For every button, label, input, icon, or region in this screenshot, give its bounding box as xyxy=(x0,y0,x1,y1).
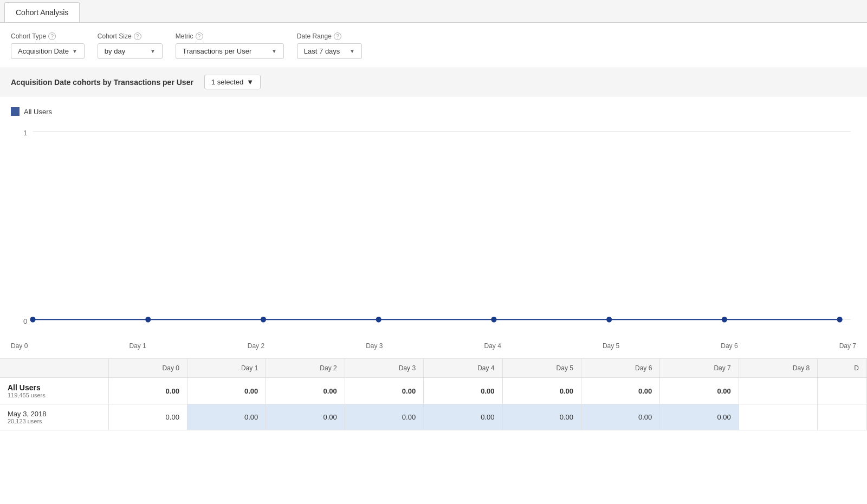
dot-day2 xyxy=(261,317,266,323)
x-label-day5: Day 5 xyxy=(603,342,619,350)
may3-count: 20,123 users xyxy=(8,418,101,424)
x-label-day7: Day 7 xyxy=(839,342,856,350)
may3-day1: 0.00 xyxy=(187,404,266,430)
metric-dropdown[interactable]: Transactions per User ▼ xyxy=(176,43,284,59)
data-table-section: Day 0 Day 1 Day 2 Day 3 Day 4 Day 5 Day … xyxy=(0,358,867,430)
col-header-day0: Day 0 xyxy=(108,359,187,378)
svg-text:0: 0 xyxy=(23,317,27,325)
dot-day1 xyxy=(145,317,151,323)
date-range-label: Date Range ? xyxy=(297,32,362,40)
table-header-row: Day 0 Day 1 Day 2 Day 3 Day 4 Day 5 Day … xyxy=(0,359,867,378)
col-header-d: D xyxy=(818,359,867,378)
dot-day4 xyxy=(491,317,496,323)
selected-caret-icon: ▼ xyxy=(247,78,254,86)
legend-label: All Users xyxy=(24,108,52,116)
col-header-day4: Day 4 xyxy=(424,359,502,378)
metric-caret-icon: ▼ xyxy=(271,48,277,54)
row-label-may3: May 3, 2018 20,123 users xyxy=(0,404,108,430)
cohort-size-help-icon[interactable]: ? xyxy=(134,32,141,40)
may3-day5: 0.00 xyxy=(502,404,581,430)
may3-day8 xyxy=(739,404,817,430)
all-users-day2: 0.00 xyxy=(266,378,345,404)
may3-day4: 0.00 xyxy=(424,404,502,430)
data-table: Day 0 Day 1 Day 2 Day 3 Day 4 Day 5 Day … xyxy=(0,359,867,430)
all-users-day5: 0.00 xyxy=(502,378,581,404)
x-label-day2: Day 2 xyxy=(248,342,264,350)
legend-color-box xyxy=(11,107,20,116)
metric-label: Metric ? xyxy=(176,32,284,40)
all-users-day0: 0.00 xyxy=(108,378,187,404)
may3-day0: 0.00 xyxy=(108,404,187,430)
cohort-type-label: Cohort Type ? xyxy=(11,32,85,40)
legend: All Users xyxy=(11,107,856,116)
all-users-day3: 0.00 xyxy=(345,378,423,404)
may3-d xyxy=(818,404,867,430)
tab-cohort-analysis[interactable]: Cohort Analysis xyxy=(4,2,80,22)
col-header-day5: Day 5 xyxy=(502,359,581,378)
col-header-day1: Day 1 xyxy=(187,359,266,378)
x-label-day6: Day 6 xyxy=(721,342,737,350)
dot-day3 xyxy=(376,317,381,323)
metric-help-icon[interactable]: ? xyxy=(196,32,203,40)
line-chart: 1 0 xyxy=(11,121,856,338)
cohort-type-group: Cohort Type ? Acquisition Date ▼ xyxy=(11,32,85,59)
x-label-day4: Day 4 xyxy=(484,342,501,350)
col-header-label xyxy=(0,359,108,378)
row-label-all-users: All Users 119,455 users xyxy=(0,378,108,404)
col-header-day7: Day 7 xyxy=(660,359,739,378)
cohort-size-group: Cohort Size ? by day ▼ xyxy=(98,32,163,59)
controls-row: Cohort Type ? Acquisition Date ▼ Cohort … xyxy=(0,23,867,68)
all-users-d xyxy=(818,378,867,404)
all-users-count: 119,455 users xyxy=(8,392,101,398)
cohort-type-caret-icon: ▼ xyxy=(72,48,77,54)
x-label-day0: Day 0 xyxy=(11,342,28,350)
may3-day7: 0.00 xyxy=(660,404,739,430)
all-users-name: All Users xyxy=(8,383,101,392)
col-header-day8: Day 8 xyxy=(739,359,817,378)
selected-button[interactable]: 1 selected ▼ xyxy=(204,75,261,89)
all-users-day6: 0.00 xyxy=(581,378,659,404)
chart-header: Acquisition Date cohorts by Transactions… xyxy=(0,68,867,96)
metric-group: Metric ? Transactions per User ▼ xyxy=(176,32,284,59)
date-range-caret-icon: ▼ xyxy=(350,48,355,54)
chart-svg: 1 0 xyxy=(11,121,856,338)
cohort-size-caret-icon: ▼ xyxy=(150,48,156,54)
may3-name: May 3, 2018 xyxy=(8,410,101,418)
table-row-may3: May 3, 2018 20,123 users 0.00 0.00 0.00 … xyxy=(0,404,867,430)
chart-area: All Users 1 0 xyxy=(0,96,867,338)
x-label-day3: Day 3 xyxy=(366,342,383,350)
dot-day0 xyxy=(30,317,35,323)
date-range-dropdown[interactable]: Last 7 days ▼ xyxy=(297,43,362,59)
dot-day7 xyxy=(837,317,843,323)
may3-day3: 0.00 xyxy=(345,404,423,430)
cohort-type-help-icon[interactable]: ? xyxy=(48,32,56,40)
all-users-day7: 0.00 xyxy=(660,378,739,404)
cohort-type-dropdown[interactable]: Acquisition Date ▼ xyxy=(11,43,85,59)
chart-header-title: Acquisition Date cohorts by Transactions… xyxy=(11,78,193,87)
cohort-size-dropdown[interactable]: by day ▼ xyxy=(98,43,163,59)
dot-day5 xyxy=(606,317,612,323)
may3-day6: 0.00 xyxy=(581,404,659,430)
dot-day6 xyxy=(722,317,727,323)
date-range-help-icon[interactable]: ? xyxy=(334,32,341,40)
may3-day2: 0.00 xyxy=(266,404,345,430)
svg-text:1: 1 xyxy=(23,129,27,137)
date-range-group: Date Range ? Last 7 days ▼ xyxy=(297,32,362,59)
col-header-day2: Day 2 xyxy=(266,359,345,378)
tab-bar: Cohort Analysis xyxy=(0,0,867,23)
col-header-day6: Day 6 xyxy=(581,359,659,378)
col-header-day3: Day 3 xyxy=(345,359,423,378)
cohort-size-label: Cohort Size ? xyxy=(98,32,163,40)
all-users-day4: 0.00 xyxy=(424,378,502,404)
table-row-all-users: All Users 119,455 users 0.00 0.00 0.00 0… xyxy=(0,378,867,404)
x-axis-labels: Day 0 Day 1 Day 2 Day 3 Day 4 Day 5 Day … xyxy=(0,338,867,358)
all-users-day8 xyxy=(739,378,817,404)
x-label-day1: Day 1 xyxy=(129,342,146,350)
all-users-day1: 0.00 xyxy=(187,378,266,404)
